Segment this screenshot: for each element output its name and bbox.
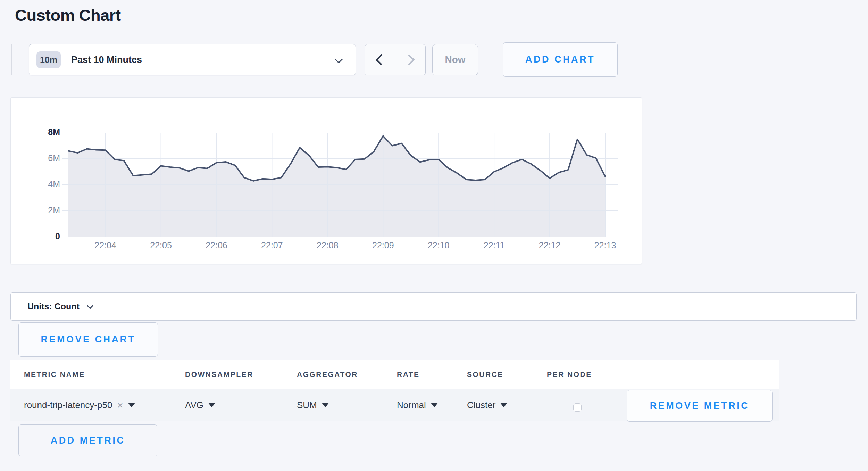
- timeseries-chart[interactable]: 02M4M6M8M22:0422:0522:0622:0722:0822:092…: [11, 98, 642, 265]
- y-axis-label: 4M: [48, 179, 60, 189]
- chevron-left-icon: [375, 54, 387, 66]
- x-axis-label: 22:12: [539, 240, 561, 250]
- x-axis-label: 22:11: [484, 240, 505, 250]
- page-title: Custom Chart: [15, 6, 121, 25]
- chevron-right-icon: [403, 54, 415, 66]
- time-prev-button[interactable]: [365, 44, 395, 75]
- x-axis-label: 22:13: [594, 240, 616, 250]
- rate-dropdown[interactable]: Normal: [397, 389, 438, 421]
- header-rate: RATE: [397, 360, 420, 389]
- header-per-node: PER NODE: [547, 360, 592, 389]
- y-axis-label: 6M: [48, 153, 60, 163]
- chart-card: 02M4M6M8M22:0422:0522:0622:0722:0822:092…: [10, 97, 642, 264]
- header-downsampler: DOWNSAMPLER: [185, 360, 253, 389]
- add-metric-button[interactable]: ADD METRIC: [18, 424, 157, 456]
- x-axis-label: 22:09: [372, 240, 394, 250]
- metric-row: round-trip-latency-p50 × AVG SUM Normal …: [10, 389, 779, 421]
- caret-down-icon: [208, 403, 215, 407]
- header-aggregator: AGGREGATOR: [297, 360, 358, 389]
- metric-name-dropdown[interactable]: round-trip-latency-p50 ×: [24, 389, 135, 421]
- downsampler-value: AVG: [185, 400, 203, 411]
- header-metric-name: METRIC NAME: [24, 360, 85, 389]
- x-axis-label: 22:08: [317, 240, 339, 250]
- time-window-label: Past 10 Minutes: [71, 55, 142, 65]
- x-axis-label: 22:05: [150, 240, 172, 250]
- add-chart-button[interactable]: ADD CHART: [503, 42, 618, 77]
- time-nav-group: [365, 44, 426, 75]
- aggregator-dropdown[interactable]: SUM: [297, 389, 329, 421]
- time-range-dropdown[interactable]: 10m Past 10 Minutes: [29, 44, 356, 75]
- chevron-down-icon: [334, 55, 343, 63]
- metrics-table-header: METRIC NAME DOWNSAMPLER AGGREGATOR RATE …: [10, 360, 779, 389]
- now-button[interactable]: Now: [432, 44, 478, 75]
- y-axis-label: 8M: [48, 127, 60, 137]
- metric-name-value: round-trip-latency-p50: [24, 400, 112, 411]
- chevron-down-icon: [87, 303, 93, 309]
- clear-metric-icon[interactable]: ×: [117, 400, 123, 411]
- header-source: SOURCE: [467, 360, 503, 389]
- caret-down-icon: [500, 403, 507, 407]
- caret-down-icon: [128, 403, 135, 407]
- downsampler-dropdown[interactable]: AVG: [185, 389, 215, 421]
- rate-value: Normal: [397, 400, 426, 411]
- x-axis-label: 22:04: [94, 240, 116, 250]
- source-value: Cluster: [467, 400, 495, 411]
- remove-metric-button[interactable]: REMOVE METRIC: [627, 390, 773, 422]
- caret-down-icon: [322, 403, 329, 407]
- y-axis-label: 0: [55, 231, 60, 241]
- source-dropdown[interactable]: Cluster: [467, 389, 507, 421]
- units-label: Units: Count: [27, 301, 80, 312]
- per-node-checkbox[interactable]: [573, 403, 582, 412]
- caret-down-icon: [431, 403, 438, 407]
- toolbar-left-divider: [11, 44, 12, 75]
- y-axis-label: 2M: [48, 205, 60, 215]
- units-dropdown[interactable]: Units: Count: [10, 292, 857, 321]
- remove-chart-button[interactable]: REMOVE CHART: [18, 322, 158, 357]
- x-axis-label: 22:07: [261, 240, 283, 250]
- x-axis-label: 22:06: [206, 240, 227, 250]
- time-next-button[interactable]: [395, 44, 426, 75]
- x-axis-label: 22:10: [428, 240, 450, 250]
- time-window-badge: 10m: [36, 51, 61, 68]
- custom-chart-page: Custom Chart 10m Past 10 Minutes Now ADD…: [0, 0, 868, 471]
- aggregator-value: SUM: [297, 400, 317, 411]
- chart-area-fill: [68, 136, 605, 237]
